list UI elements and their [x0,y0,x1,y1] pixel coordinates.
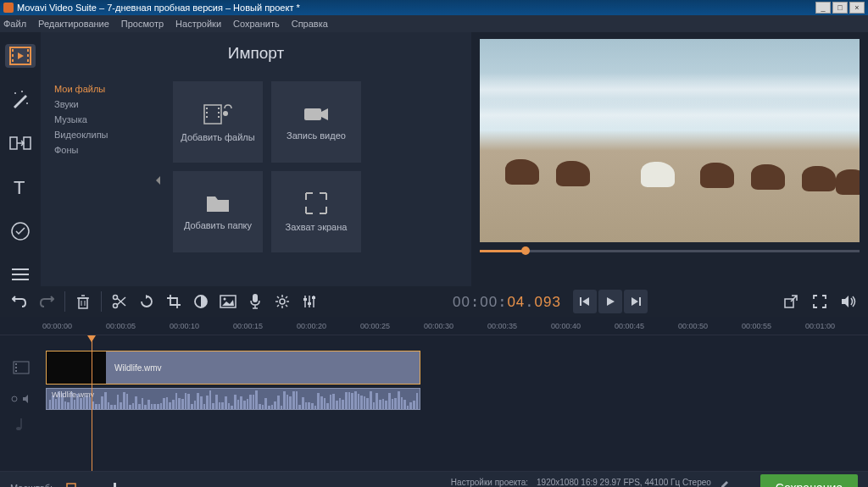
cat-sounds[interactable]: Звуки [54,97,151,112]
tile-screen-capture-label: Захват экрана [286,222,348,232]
image-button[interactable] [215,289,241,314]
gear-icon [275,294,290,309]
svg-point-64 [16,427,21,430]
crop-button[interactable] [161,289,186,314]
delete-button[interactable] [70,289,96,314]
ruler-tick: 00:00:30 [424,322,453,330]
svg-rect-21 [206,112,208,113]
sidebar-transitions[interactable] [5,131,36,155]
menu-help[interactable]: Справка [292,19,328,29]
svg-marker-52 [582,297,589,306]
menubar: Файл Редактирование Просмотр Настройки С… [0,15,868,32]
svg-rect-5 [27,54,29,57]
menu-settings[interactable]: Настройки [175,19,221,29]
volume-button[interactable] [836,289,861,314]
save-button[interactable]: Сохранение [760,474,858,487]
preview-scrubber[interactable] [480,242,860,259]
svg-rect-29 [79,298,87,308]
tile-record-video[interactable]: Запись видео [271,81,361,163]
speaker-icon[interactable] [22,394,32,404]
svg-rect-1 [12,49,14,52]
sidebar-stickers[interactable] [5,219,36,243]
sidebar-more[interactable] [5,263,36,286]
menu-view[interactable]: Просмотр [121,19,164,29]
cat-my-files[interactable]: Мои файлы [54,81,151,97]
ruler-tick: 00:00:35 [487,322,517,330]
minimize-button[interactable]: _ [815,2,831,14]
maximize-button[interactable]: □ [832,2,848,14]
video-clip[interactable]: Wildlife.wmv [46,351,420,385]
fullscreen-button[interactable] [807,289,832,314]
svg-marker-7 [18,53,24,59]
scrubber-handle[interactable] [521,246,530,255]
timeline-ruler[interactable]: 00:00:00 00:00:05 00:00:10 00:00:15 00:0… [0,317,868,335]
menu-save[interactable]: Сохранить [233,19,280,29]
bottombar: Масштаб: Настройки проекта: 1920x1080 16… [0,471,868,487]
svg-text:T: T [14,177,25,197]
svg-rect-59 [15,363,17,365]
svg-rect-49 [308,302,311,305]
mic-button[interactable] [242,289,268,314]
tile-record-video-label: Запись видео [287,130,346,141]
color-button[interactable] [188,289,214,314]
sidebar-titles[interactable]: T [5,175,36,199]
tile-add-folder-label: Добавить папку [184,220,252,230]
window-title: Movavi Video Suite – 7-дневная пробная в… [17,3,300,13]
sidebar-filters[interactable] [5,88,36,112]
edit-settings-icon[interactable] [720,478,730,488]
prev-button[interactable] [573,290,597,313]
svg-rect-2 [12,54,14,57]
svg-marker-53 [607,297,615,306]
redo-button[interactable] [34,289,59,314]
equalizer-button[interactable] [297,289,322,314]
app-icon [3,3,14,13]
titlebar: Movavi Video Suite – 7-дневная пробная в… [0,0,868,15]
ruler-tick: 00:00:50 [678,322,708,330]
svg-rect-3 [12,59,14,62]
cat-videoclips[interactable]: Видеоклипы [54,127,151,142]
svg-point-26 [223,111,228,116]
volume-icon [840,294,857,309]
svg-rect-11 [10,137,17,149]
equalizer-icon [302,294,317,309]
svg-rect-48 [303,298,307,301]
cat-music[interactable]: Музыка [54,112,151,127]
cat-backgrounds[interactable]: Фоны [54,142,151,158]
menu-file[interactable]: Файл [3,19,26,29]
crop-icon [166,294,181,309]
tile-add-folder[interactable]: Добавить папку [173,171,263,252]
prev-icon [579,296,591,307]
split-button[interactable] [107,289,132,314]
fit-zoom-icon[interactable] [66,483,76,487]
audio-clip[interactable]: Wildlife.wmv [46,388,420,410]
svg-rect-55 [639,297,641,306]
menu-edit[interactable]: Редактирование [38,19,109,29]
play-button[interactable] [598,290,622,313]
screen-capture-icon [304,191,328,215]
rotate-button[interactable] [134,289,159,314]
svg-marker-54 [632,297,638,306]
playhead[interactable] [92,335,92,471]
tile-screen-capture[interactable]: Захват экрана [271,171,361,252]
preview-video[interactable] [480,39,860,242]
collapse-categories[interactable] [151,75,164,286]
svg-point-62 [12,396,17,401]
redo-icon [39,295,54,308]
tile-add-files[interactable]: Добавить файлы [173,81,263,163]
ruler-tick: 00:00:00 [42,322,72,330]
svg-rect-25 [218,116,220,118]
sidebar-import[interactable] [5,44,36,68]
tile-add-files-label: Добавить файлы [181,132,254,142]
settings-button[interactable] [270,289,295,314]
popout-button[interactable] [778,289,804,314]
eye-icon[interactable] [10,395,19,403]
text-icon: T [10,177,31,197]
toolbar: 00:00:04.093 [0,286,868,317]
close-button[interactable]: × [849,2,865,14]
chevron-left-icon [154,175,161,185]
undo-button[interactable] [7,289,32,314]
zoom-handle[interactable] [114,483,116,488]
next-button[interactable] [624,290,648,313]
video-track-icon [13,361,30,374]
project-settings-value: 1920x1080 16:9 29.97 FPS, 44100 Гц Cтере… [537,478,711,488]
